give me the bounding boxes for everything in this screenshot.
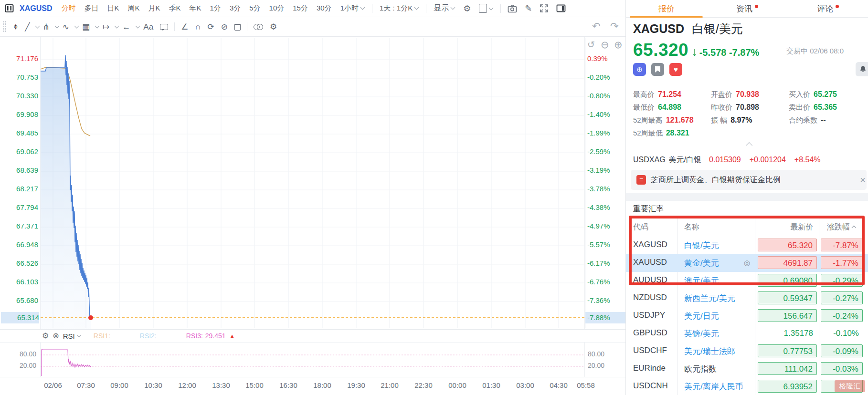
- eraser-tool-icon[interactable]: ⊘: [218, 23, 231, 31]
- chart-symbol-link[interactable]: XAGUSD: [15, 4, 57, 13]
- rate-name-link[interactable]: 新西兰元/美元: [684, 293, 742, 304]
- timeframe-分时[interactable]: 分时: [57, 4, 80, 13]
- zoom-out-icon[interactable]: ⊖: [601, 40, 609, 50]
- rate-name-link[interactable]: 白银/美元: [684, 240, 742, 251]
- header-code[interactable]: 代码: [633, 222, 648, 232]
- redo-icon[interactable]: ↷: [610, 21, 619, 31]
- timeframe-15分[interactable]: 15分: [288, 4, 312, 13]
- move-tool-icon[interactable]: ⌖: [10, 22, 21, 31]
- rate-row-AUDUSD[interactable]: AUDUSD澳元/美元0.69080-0.29%: [626, 272, 868, 290]
- wave-tool-icon[interactable]: ∿: [59, 23, 73, 31]
- rate-row-NZDUSD[interactable]: NZDUSD新西兰元/美元0.59347-0.27%: [626, 290, 868, 307]
- chevron-down-icon: [451, 5, 455, 10]
- price-chart[interactable]: [0, 37, 625, 329]
- tab-评论[interactable]: 评论: [788, 0, 868, 17]
- rate-name-link[interactable]: 美元/离岸人民币: [684, 381, 742, 392]
- rsi-chart[interactable]: [0, 343, 625, 377]
- rate-row-XAUUSD[interactable]: XAUUSD黄金/美元◎4691.87-1.77%: [626, 254, 868, 272]
- timeframe-月K[interactable]: 月K: [144, 4, 164, 13]
- pitchfork-tool-icon[interactable]: ⋔: [40, 23, 53, 31]
- timeframe-年K[interactable]: 年K: [185, 4, 206, 13]
- draw-pencil-icon[interactable]: ✎: [521, 4, 536, 13]
- trendline-tool-icon[interactable]: ╱: [21, 23, 33, 31]
- bookmark-tag-icon[interactable]: [651, 63, 664, 76]
- camera-snapshot-icon[interactable]: [504, 4, 521, 13]
- compare-tool-icon[interactable]: [250, 24, 266, 30]
- tab-报价[interactable]: 报价: [626, 0, 707, 17]
- rate-row-USDJPY[interactable]: USDJPY美元/日元156.647-0.24%: [626, 307, 868, 325]
- rate-code: USDCNH: [633, 381, 677, 391]
- toggle-right-panel-icon[interactable]: [552, 4, 570, 12]
- divider: [0, 329, 625, 330]
- rsi-settings-gear-icon[interactable]: ⚙: [42, 332, 52, 340]
- header-price[interactable]: 最新价: [758, 222, 813, 232]
- usdxag-quote-row[interactable]: USDXAG 美元/白银 0.015309 +0.001204 +8.54%: [633, 154, 821, 166]
- price-tick: 66.526: [1, 259, 38, 267]
- rate-row-EURinde[interactable]: EURinde欧元指数111.042-0.03%: [626, 360, 868, 378]
- rate-row-GBPUSD[interactable]: GBPUSD英镑/美元1.35178-0.10%: [626, 325, 868, 343]
- rate-name-link[interactable]: 美元/日元: [684, 311, 742, 322]
- header-pct-sort[interactable]: 涨跌幅: [817, 222, 856, 232]
- news-close-icon[interactable]: ×: [860, 175, 867, 186]
- percent-tick: 0.39%: [587, 54, 625, 62]
- reset-view-icon[interactable]: ↺: [587, 40, 595, 49]
- timeframe-多日[interactable]: 多日: [80, 4, 103, 13]
- candle-style-select[interactable]: [475, 4, 498, 13]
- toolbar-drag-handle-icon[interactable]: [3, 21, 7, 33]
- watermark-logo: 格隆汇: [835, 380, 865, 392]
- percent-tick: -1.40%: [587, 110, 625, 118]
- timeframe-10分[interactable]: 10分: [265, 4, 289, 13]
- tab-资讯[interactable]: 资讯: [707, 0, 787, 17]
- timeframe-5分[interactable]: 5分: [245, 4, 265, 13]
- header-name[interactable]: 名称: [684, 222, 699, 232]
- timeframe-1分[interactable]: 1分: [206, 4, 225, 13]
- price-tick: 67.371: [1, 222, 38, 230]
- fullscreen-icon[interactable]: [536, 4, 552, 13]
- rsi-close-icon[interactable]: ⊗: [52, 332, 63, 340]
- rate-name-link[interactable]: 澳元/美元: [684, 275, 742, 286]
- kline-mode-select[interactable]: 1天 : 1分K: [375, 4, 423, 13]
- angle-tool-icon[interactable]: ∠: [178, 23, 191, 31]
- settings-tool-icon[interactable]: ⚙: [266, 23, 280, 31]
- compare-icon: [254, 24, 263, 30]
- alert-bell-icon[interactable]: [856, 62, 868, 76]
- news-banner[interactable]: ≡ 芝商所上调黄金、白银期货保证金比例 ×: [631, 170, 867, 190]
- settings-gear-icon[interactable]: ⚙: [459, 4, 475, 13]
- magnet-tool-icon[interactable]: ∩: [191, 23, 204, 31]
- undo-icon[interactable]: ↶: [592, 21, 601, 31]
- rate-name-link[interactable]: 黄金/美元: [684, 258, 742, 269]
- pattern-tool-icon[interactable]: ▦: [79, 23, 93, 31]
- chevron-down-icon[interactable]: [76, 333, 81, 338]
- target-watch-icon[interactable]: ◎: [744, 259, 750, 267]
- timeframe-30分[interactable]: 30分: [312, 4, 336, 13]
- text-tool-icon[interactable]: Aa: [140, 23, 157, 31]
- price-tick: 69.485: [1, 129, 38, 137]
- measure-tool-icon[interactable]: ↦: [99, 23, 113, 31]
- timeframe-3分[interactable]: 3分: [225, 4, 245, 13]
- arrow-tool-icon[interactable]: ←: [119, 23, 134, 31]
- rate-last-price: 0.77753: [758, 344, 817, 357]
- rate-name-link[interactable]: 美元/瑞士法郎: [684, 346, 742, 357]
- timeframe-季K[interactable]: 季K: [165, 4, 185, 13]
- collapse-stats-chevron-icon[interactable]: [746, 142, 752, 149]
- cycle-tool-icon[interactable]: ⟳: [204, 23, 218, 31]
- rate-row-USDCHF[interactable]: USDCHF美元/瑞士法郎0.77753-0.09%: [626, 343, 868, 360]
- heart-favorite-icon[interactable]: ♥: [669, 63, 682, 76]
- timeframe-1hour[interactable]: 1小时: [336, 4, 369, 13]
- rate-name-link[interactable]: 欧元指数: [684, 364, 742, 374]
- rate-row-USDCNH[interactable]: USDCNH美元/离岸人民币6.93952: [626, 378, 868, 395]
- zoom-in-icon[interactable]: ⊕: [614, 40, 623, 50]
- rates-table-header: 代码 名称 最新价 涨跌幅: [626, 218, 868, 237]
- display-menu[interactable]: 显示: [429, 3, 459, 13]
- time-tick: 07:30: [77, 381, 95, 389]
- timeframe-日K[interactable]: 日K: [103, 4, 123, 13]
- comment-tool-icon[interactable]: [157, 24, 171, 30]
- price-change: -5.578 -7.87%: [699, 47, 760, 58]
- globe-icon[interactable]: ⊕: [633, 63, 646, 76]
- timeframe-周K[interactable]: 周K: [123, 4, 144, 13]
- toolbar-separator: [426, 4, 426, 13]
- trash-tool-icon[interactable]: [231, 23, 244, 31]
- rate-row-XAGUSD[interactable]: XAGUSD白银/美元65.320-7.87%: [626, 237, 868, 254]
- rsi-label[interactable]: RSI: [63, 332, 75, 340]
- rate-name-link[interactable]: 英镑/美元: [684, 328, 742, 339]
